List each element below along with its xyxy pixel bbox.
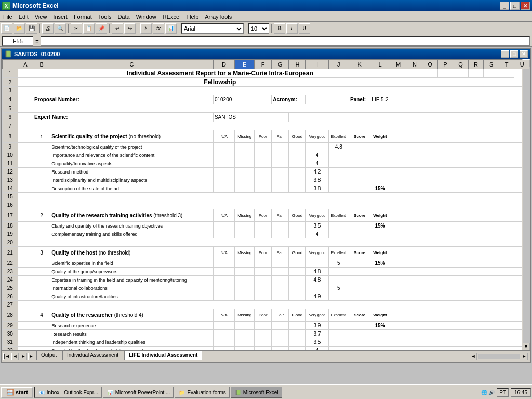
cell-L14-weight[interactable]: 15% [370, 184, 390, 193]
cell-E24[interactable] [235, 276, 255, 284]
cell-F14[interactable] [255, 184, 272, 193]
cell-K10[interactable] [349, 151, 370, 159]
cell-I21[interactable]: Very good [306, 247, 328, 259]
cell-I10[interactable]: 4 [306, 151, 328, 159]
sheet-tab-nav[interactable]: |◄ ◄ ► ►| [2, 351, 36, 362]
row-4-rest[interactable] [407, 95, 529, 104]
hscroll-left-button[interactable]: ◄ [470, 353, 477, 360]
cell-K22[interactable] [349, 259, 370, 268]
cell-K32[interactable] [349, 347, 370, 351]
hscroll-right-button[interactable]: ► [521, 353, 528, 360]
cell-A17[interactable] [18, 209, 33, 222]
row-10-rest[interactable] [390, 151, 529, 159]
cell-E23[interactable] [235, 268, 255, 276]
cell-J11[interactable] [328, 159, 349, 168]
cell-acronym-value[interactable] [306, 95, 349, 104]
cell-A29[interactable] [18, 322, 33, 330]
row-11-rest[interactable] [390, 159, 529, 168]
cell-H17[interactable]: Good [289, 209, 306, 222]
cell-I30[interactable]: 3.7 [306, 330, 328, 338]
cell-A8[interactable] [18, 130, 33, 143]
tab-prev-button[interactable]: ◄ [11, 353, 19, 360]
cell-L30[interactable] [370, 330, 390, 338]
cell-I22[interactable] [306, 259, 328, 268]
cell-E18[interactable] [235, 222, 255, 230]
cell-C26[interactable]: Quality of infrastructure/facilities [50, 292, 214, 301]
cell-K19[interactable] [349, 230, 370, 238]
cell-J19[interactable] [328, 230, 349, 238]
cell-acronym-label[interactable]: Acronym: [272, 95, 306, 104]
cell-C28-section4[interactable]: Quality of the researcher (threshold 4) [50, 309, 214, 322]
row-24-rest[interactable] [390, 276, 529, 284]
row-32-rest[interactable] [390, 347, 529, 351]
cell-J23[interactable] [328, 268, 349, 276]
cell-B11[interactable] [33, 159, 50, 168]
menu-file[interactable]: File [0, 12, 16, 21]
cell-L13[interactable] [370, 176, 390, 184]
cell-B10[interactable] [33, 151, 50, 159]
cell-B8-num[interactable]: 1 [33, 130, 50, 143]
cell-F31[interactable] [255, 338, 272, 347]
cell-F26[interactable] [255, 292, 272, 301]
cell-K11[interactable] [349, 159, 370, 168]
cell-L10[interactable] [370, 151, 390, 159]
cell-B25[interactable] [33, 284, 50, 292]
cell-A19[interactable] [18, 230, 33, 238]
cell-J12[interactable] [328, 168, 349, 176]
col-header-C[interactable]: C [50, 60, 214, 69]
cell-B28-num[interactable]: 4 [33, 309, 50, 322]
cell-B14[interactable] [33, 184, 50, 193]
col-header-L[interactable]: L [370, 60, 390, 69]
cell-I14[interactable]: 3.8 [306, 184, 328, 193]
row-30-rest[interactable] [390, 330, 529, 338]
cell-F21[interactable]: Poor [255, 247, 272, 259]
copy-button[interactable]: 📋 [83, 23, 95, 34]
cell-I26[interactable]: 4.9 [306, 292, 328, 301]
cell-I19[interactable]: 4 [306, 230, 328, 238]
cell-E8[interactable]: Missing [235, 130, 255, 143]
cell-N1[interactable] [390, 69, 407, 78]
row-9-rest[interactable] [407, 143, 529, 151]
cell-I29[interactable]: 3.9 [306, 322, 328, 330]
cell-K26[interactable] [349, 292, 370, 301]
cell-L25[interactable] [370, 284, 390, 292]
cell-L18-weight[interactable]: 15% [370, 222, 390, 230]
cell-F28[interactable]: Poor [255, 309, 272, 322]
col-header-G[interactable]: G [272, 60, 289, 69]
cell-D24[interactable] [213, 276, 234, 284]
cell-G28[interactable]: Fair [272, 309, 289, 322]
cell-E28[interactable]: Missing [235, 309, 255, 322]
cell-G8[interactable]: Fair [272, 130, 289, 143]
row-7-cells[interactable] [18, 122, 529, 130]
cell-I18[interactable]: 3.5 [306, 222, 328, 230]
cell-I31[interactable]: 3.5 [306, 338, 328, 347]
cell-B12[interactable] [33, 168, 50, 176]
cell-A24[interactable] [18, 276, 33, 284]
cell-L24[interactable] [370, 276, 390, 284]
cell-C18[interactable]: Clarity and quantity of the research tra… [50, 222, 214, 230]
formula-input[interactable] [41, 36, 530, 46]
cell-H10[interactable] [289, 151, 306, 159]
cell-A28[interactable] [18, 309, 33, 322]
cell-D12[interactable] [213, 168, 234, 176]
row-6-rest[interactable] [289, 113, 530, 122]
cell-L11[interactable] [370, 159, 390, 168]
cell-D10[interactable] [213, 151, 234, 159]
cell-D30[interactable] [213, 330, 234, 338]
redo-button[interactable]: ↪ [124, 23, 136, 34]
cell-A26[interactable] [18, 292, 33, 301]
cell-J17[interactable]: Excellent [328, 209, 349, 222]
col-header-J[interactable]: J [328, 60, 349, 69]
row-3-cells[interactable] [18, 87, 529, 95]
paste-button[interactable]: 📌 [96, 23, 107, 34]
cell-J21[interactable]: Excellent [328, 247, 349, 259]
cell-C21-section3[interactable]: Quality of the host (no threshold) [50, 247, 214, 259]
cell-A13[interactable] [18, 176, 33, 184]
cell-G24[interactable] [272, 276, 289, 284]
cell-K28-score[interactable]: Score [349, 309, 370, 322]
cell-K18[interactable] [349, 222, 370, 230]
cell-D21[interactable]: N/A [213, 247, 234, 259]
cell-L29-weight[interactable]: 15% [370, 322, 390, 330]
cell-A30[interactable] [18, 330, 33, 338]
cell-C11[interactable]: Originality/Innovative aspects [50, 159, 214, 168]
